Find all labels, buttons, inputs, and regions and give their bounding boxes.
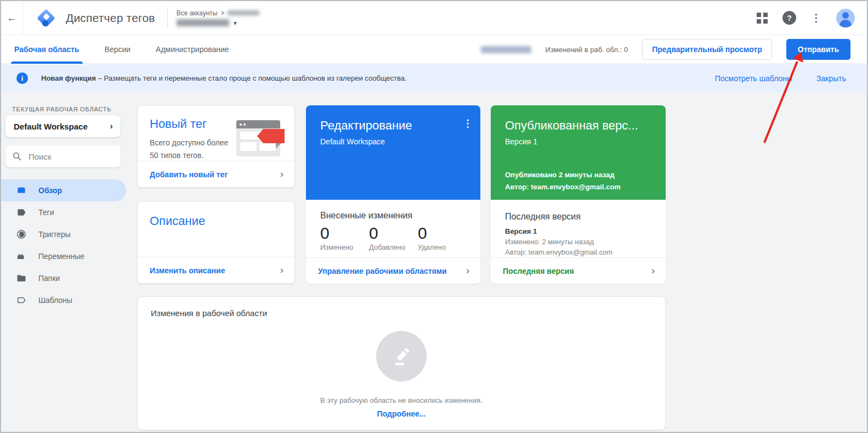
banner-close-link[interactable]: Закрыть — [816, 74, 846, 83]
tab-workspace[interactable]: Рабочая область — [14, 35, 80, 64]
published-time: Опубликовано 2 минуты назад — [505, 169, 621, 181]
browser-tag-illustration-icon — [236, 120, 285, 156]
chevron-right-icon: › — [466, 265, 469, 277]
banner-text: – Размещать теги и переменные стало прощ… — [98, 74, 407, 82]
editing-workspace-name: Default Workspace — [320, 137, 467, 146]
description-title: Описание — [150, 214, 294, 228]
tab-admin[interactable]: Администрирование — [156, 35, 229, 64]
active-tab-indicator — [11, 61, 83, 64]
published-version-subtitle: Версия 1 — [505, 137, 653, 146]
app-title: Диспетчер тегов — [66, 12, 155, 25]
latest-modified: Изменено: 2 минуты назад — [491, 235, 666, 246]
chevron-right-icon: › — [110, 121, 113, 132]
apps-grid-icon[interactable] — [757, 13, 768, 24]
account-name-redacted — [228, 10, 259, 15]
back-button[interactable]: ← — [1, 1, 23, 35]
variables-icon — [16, 251, 27, 262]
manage-workspaces-footer[interactable]: Управление рабочими областями › — [306, 257, 480, 284]
current-workspace-label: ТЕКУЩАЯ РАБОЧАЯ ОБЛАСТЬ — [12, 106, 133, 113]
gtm-app-window: ← Диспетчер тегов Все аккаунты > ▾ ? ⋮ — [0, 0, 868, 433]
published-title: Опубликованная верс... — [505, 119, 653, 133]
description-card: Описание Изменить описание › — [137, 201, 295, 284]
counter-modified: 0 Изменено — [320, 224, 369, 251]
banner-title: Новая функция — [41, 74, 96, 82]
breadcrumb: Все аккаунты > ▾ — [177, 9, 260, 27]
breadcrumb-all-accounts[interactable]: Все аккаунты — [177, 9, 218, 17]
avatar[interactable] — [836, 9, 855, 27]
latest-author: Автор: team.envybox@gmail.com — [491, 246, 666, 256]
tag-icon — [16, 207, 27, 218]
tab-bar: Рабочая область Версии Администрирование… — [1, 35, 867, 64]
tab-versions[interactable]: Версии — [105, 35, 131, 64]
overflow-menu-icon[interactable]: ⋮ — [811, 12, 821, 24]
content-area: Новый тег Всего доступно более 50 типов … — [133, 92, 867, 432]
latest-version-number: Версия 1 — [491, 222, 666, 235]
gtm-logo-icon — [35, 7, 57, 29]
chevron-right-icon: › — [651, 265, 655, 277]
editing-card: Редактирование Default Workspace ⋮ Внесе… — [306, 105, 480, 284]
add-new-tag-footer[interactable]: Добавить новый тег › — [138, 161, 294, 187]
no-changes-text: В эту рабочую область не вносились измен… — [320, 396, 483, 404]
workspace-name: Default Workspace — [14, 122, 88, 131]
edit-description-footer[interactable]: Изменить описание › — [138, 257, 294, 283]
app-header: ← Диспетчер тегов Все аккаунты > ▾ ? ⋮ — [1, 1, 867, 35]
workspace-selector[interactable]: Default Workspace › — [5, 115, 121, 137]
latest-version-footer[interactable]: Последняя версия › — [491, 257, 666, 284]
main-area: ТЕКУЩАЯ РАБОЧАЯ ОБЛАСТЬ Default Workspac… — [1, 92, 867, 432]
counter-added: 0 Добавлено — [369, 224, 418, 251]
chevron-right-icon: › — [280, 265, 283, 276]
container-id-redacted — [481, 46, 531, 53]
back-arrow-icon: ← — [7, 12, 17, 24]
breadcrumb-separator: > — [220, 9, 224, 17]
trigger-icon — [16, 229, 27, 240]
sidebar-item-triggers[interactable]: Триггеры — [1, 223, 126, 245]
change-counters: 0 Изменено 0 Добавлено 0 Удалено — [306, 224, 480, 251]
header-actions: ? ⋮ — [757, 9, 855, 27]
info-icon: i — [16, 72, 28, 84]
template-icon — [16, 295, 27, 306]
container-name-redacted[interactable] — [177, 19, 229, 26]
sidebar-item-tags[interactable]: Теги — [1, 201, 126, 223]
submit-button[interactable]: Отправить — [786, 39, 850, 60]
more-link[interactable]: Подробнее... — [377, 409, 426, 418]
sidebar-item-templates[interactable]: Шаблоны — [1, 289, 126, 311]
pencil-icon — [376, 331, 427, 381]
container-dropdown-caret-icon[interactable]: ▾ — [234, 19, 237, 27]
search-icon — [12, 151, 22, 161]
published-author: Автор: team.envybox@gmail.com — [505, 181, 621, 193]
sidebar-menu: Обзор Теги Триггеры — [1, 179, 133, 311]
sidebar-item-variables[interactable]: Переменные — [1, 245, 126, 267]
sidebar-item-folders[interactable]: Папки — [1, 267, 126, 289]
new-feature-banner: i Новая функция – Размещать теги и перем… — [1, 65, 867, 92]
counter-deleted: 0 Удалено — [418, 224, 467, 251]
folder-icon — [16, 273, 27, 284]
view-templates-link[interactable]: Посмотреть шаблоны — [715, 74, 792, 83]
new-tag-card: Новый тег Всего доступно более 50 типов … — [137, 105, 295, 188]
help-icon[interactable]: ? — [782, 11, 796, 25]
editing-title: Редактирование — [320, 119, 467, 133]
preview-button[interactable]: Предварительный просмотр — [642, 39, 772, 60]
new-tag-description: Всего доступно более 50 типов тегов. — [150, 137, 237, 162]
changes-heading: Внесенные изменения — [306, 200, 480, 221]
workspace-changes-title: Изменения в рабочей области — [138, 297, 665, 318]
header-divider — [167, 8, 168, 29]
published-version-card: Опубликованная верс... Версия 1 Опублико… — [491, 105, 666, 284]
search-input[interactable] — [29, 152, 105, 161]
search-box[interactable] — [5, 145, 121, 167]
overview-icon — [16, 185, 27, 196]
latest-version-heading: Последняя версия — [491, 200, 666, 222]
chevron-right-icon: › — [280, 168, 283, 180]
workspace-changes-count: Изменений в раб. обл.: 0 — [546, 46, 628, 54]
card-menu-icon[interactable]: ⋮ — [463, 117, 473, 130]
sidebar: ТЕКУЩАЯ РАБОЧАЯ ОБЛАСТЬ Default Workspac… — [1, 92, 133, 432]
sidebar-item-overview[interactable]: Обзор — [1, 179, 126, 201]
workspace-changes-card: Изменения в рабочей области В эту рабочу… — [137, 296, 666, 430]
